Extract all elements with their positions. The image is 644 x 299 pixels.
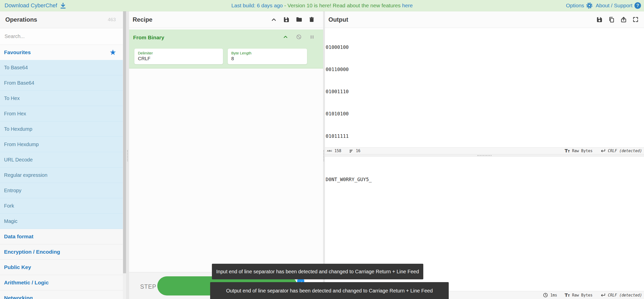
category-encryption-encoding[interactable]: Encryption / Encoding — [0, 244, 126, 260]
operation-item-from-hex[interactable]: From Hex — [0, 106, 126, 121]
load-recipe-folder-icon[interactable] — [296, 16, 302, 23]
operation-item-to-hex[interactable]: To Hex — [0, 91, 126, 106]
help-icon: ? — [634, 2, 641, 9]
input-line-count: 16 — [356, 149, 360, 153]
clear-recipe-trash-icon[interactable] — [309, 16, 315, 23]
operation-item-url-decode[interactable]: URL Decode — [0, 152, 126, 168]
recipe-panel: Recipe From Binary Delimiter CRLF Byte L… — [129, 11, 323, 299]
search-input[interactable] — [4, 33, 111, 40]
input-text: 01000100 00110000 01001110 01010100 0101… — [326, 29, 644, 147]
arg-byte-length: Byte Length 8 — [228, 49, 307, 64]
search-row — [0, 28, 126, 45]
replace-input-icon[interactable] — [620, 16, 627, 23]
bake-time: 1ms — [550, 293, 557, 297]
operations-header: Operations 463 — [0, 11, 126, 28]
options-label[interactable]: Options — [566, 3, 584, 9]
arg-delimiter-value[interactable]: CRLF — [138, 56, 223, 61]
step-button[interactable]: STEP — [140, 283, 156, 290]
toast-output-eol-notice[interactable]: Output end of line separator has been de… — [210, 282, 449, 299]
output-header: Output — [325, 11, 644, 28]
arg-delimiter-label: Delimiter — [138, 51, 223, 55]
save-output-icon[interactable] — [596, 16, 603, 23]
input-status-right: TT Raw Bytes CRLF (detected) — [565, 148, 642, 154]
maximise-output-icon[interactable] — [632, 16, 639, 23]
arg-byte-length-label: Byte Length — [231, 51, 307, 55]
bake-time-clock-icon — [543, 292, 548, 298]
input-line: 00110000 — [326, 66, 644, 73]
input-status-left: ABC 158 16 — [327, 149, 360, 153]
io-panel: Input 01000100 00110000 01001110 0101010… — [325, 11, 644, 299]
operation-item-magic[interactable]: Magic — [0, 214, 126, 229]
favourites-header: Favourites ★ — [0, 45, 126, 60]
operation-item-regular-expression[interactable]: Regular expression — [0, 168, 126, 183]
input-editor[interactable]: 01000100 00110000 01001110 01010100 0101… — [325, 28, 644, 147]
divider-drag-handle[interactable] — [477, 155, 491, 156]
recipe-title: Recipe — [133, 16, 153, 23]
output-eol[interactable]: CRLF (detected) — [608, 293, 642, 297]
operation-item-fork[interactable]: Fork — [0, 198, 126, 214]
sidebar-recipe-divider-handle[interactable] — [127, 150, 128, 161]
eol-return-icon[interactable] — [600, 148, 606, 154]
operation-disable-icon[interactable] — [296, 34, 302, 40]
operation-item-entropy[interactable]: Entropy — [0, 183, 126, 198]
category-arithmetic-logic[interactable]: Arithmetic / Logic — [0, 275, 126, 290]
star-icon: ★ — [109, 49, 116, 56]
io-split-divider[interactable] — [325, 154, 644, 157]
about-support-label[interactable]: About / Support — [596, 3, 632, 9]
version-text: - Version 10 is here! Read about the new… — [284, 3, 400, 9]
eol-return-icon[interactable] — [600, 292, 606, 298]
operation-name: From Binary — [133, 35, 164, 41]
operation-item-from-hexdump[interactable]: From Hexdump — [0, 137, 126, 152]
collapse-icon[interactable] — [271, 16, 277, 23]
cyberchef-app: Download CyberChef Last build: 6 days ag… — [0, 0, 644, 299]
operations-title: Operations — [5, 16, 37, 23]
copy-output-icon[interactable] — [608, 16, 615, 23]
operation-item-to-base64[interactable]: To Base64 — [0, 60, 126, 75]
options-button[interactable]: Options — [566, 2, 593, 9]
operation-item-to-hexdump[interactable]: To Hexdump — [0, 121, 126, 137]
input-eol[interactable]: CRLF (detected) — [608, 149, 642, 153]
category-networking[interactable]: Networking — [0, 290, 126, 299]
output-header-icons — [596, 16, 639, 23]
download-link[interactable]: Download CyberChef — [5, 2, 66, 9]
arg-byte-length-value[interactable]: 8 — [231, 56, 307, 61]
character-encoding-icon[interactable]: TT — [565, 293, 570, 297]
recipe-header-icons — [271, 16, 315, 23]
download-link-label[interactable]: Download CyberChef — [5, 2, 57, 9]
recipe-operation-from-binary[interactable]: From Binary Delimiter CRLF Byte Length 8 — [129, 29, 323, 69]
save-recipe-icon[interactable] — [283, 16, 290, 23]
top-banner: Download CyberChef Last build: 6 days ag… — [0, 0, 644, 11]
operation-collapse-icon[interactable] — [283, 34, 288, 40]
output-text: D0NT_W0RRY_GUY5_ — [326, 177, 644, 182]
output-encoding[interactable]: Raw Bytes — [572, 293, 592, 297]
category-public-key[interactable]: Public Key — [0, 260, 126, 275]
about-support-button[interactable]: About / Support ? — [596, 2, 641, 9]
input-line: 01000100 — [326, 44, 644, 51]
banner-right: Options About / Support ? — [566, 2, 641, 9]
last-build-link[interactable]: Last build: 6 days ago — [231, 3, 283, 9]
input-status-bar: ABC 158 16 TT Raw Bytes CRLF (detected) — [325, 147, 644, 154]
features-here-link[interactable]: here — [402, 3, 413, 9]
input-line: 01001110 — [326, 88, 644, 95]
output-title: Output — [328, 16, 348, 23]
operation-breakpoint-pause-icon[interactable] — [309, 34, 315, 40]
operations-sidebar: Operations 463 Favourites ★ To Base64 Fr… — [0, 11, 127, 299]
toast-input-eol-notice[interactable]: Input end of line separator has been det… — [212, 264, 423, 279]
char-count-icon: ABC — [327, 150, 332, 152]
recipe-io-divider-handle[interactable] — [323, 150, 324, 161]
character-encoding-icon[interactable]: TT — [565, 149, 570, 153]
output-status-right: 1ms TT Raw Bytes CRLF (detected) — [543, 292, 642, 298]
operations-count: 463 — [108, 17, 116, 22]
sidebar-scrollbar-track — [123, 11, 126, 299]
operation-icons — [283, 34, 315, 40]
input-encoding[interactable]: Raw Bytes — [572, 149, 592, 153]
category-data-format[interactable]: Data format — [0, 229, 126, 244]
input-line: 01011111 — [326, 132, 644, 140]
input-line: 01010100 — [326, 110, 644, 117]
line-count-icon — [349, 149, 354, 153]
gear-icon — [586, 2, 593, 9]
version-notice: Last build: 6 days ago - Version 10 is h… — [231, 3, 413, 9]
operation-item-from-base64[interactable]: From Base64 — [0, 75, 126, 91]
input-char-count: 158 — [334, 149, 341, 153]
sidebar-scrollbar-thumb[interactable] — [123, 11, 126, 273]
